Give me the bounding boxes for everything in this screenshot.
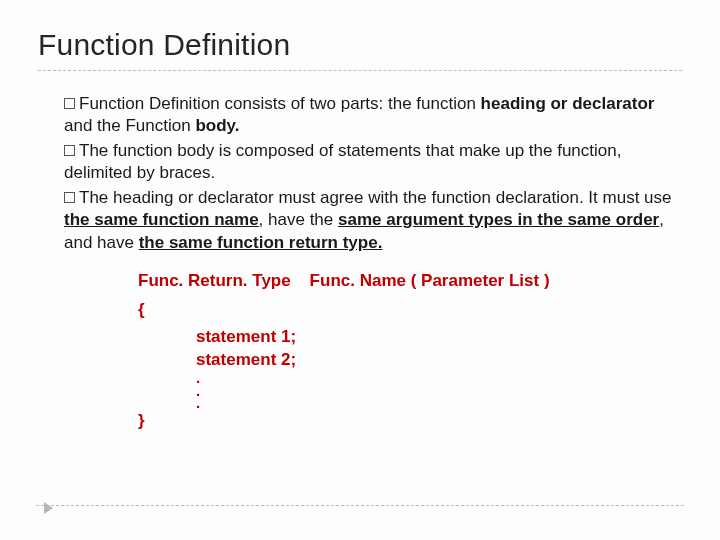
bullet-3-u2: same argument types in the same order xyxy=(338,210,659,229)
code-open-brace: { xyxy=(138,299,674,322)
bullet-3: The heading or declarator must agree wit… xyxy=(64,187,674,254)
bullet-3-u1: the same function name xyxy=(64,210,259,229)
bullet-3-lead: The heading or declarator must agree wit… xyxy=(79,188,672,207)
bullet-3-u3: the same function return type. xyxy=(139,233,383,252)
bullet-box-icon xyxy=(64,98,75,109)
bullet-box-icon xyxy=(64,192,75,203)
bullet-1: Function Definition consists of two part… xyxy=(64,93,674,138)
bullet-2-text: The function body is composed of stateme… xyxy=(64,141,621,182)
title-divider xyxy=(38,70,682,71)
code-dot: . xyxy=(196,397,674,410)
slide-arrow-icon xyxy=(44,502,53,514)
code-close-brace: } xyxy=(138,410,674,433)
code-dot: . xyxy=(196,385,674,398)
code-dot: . xyxy=(196,372,674,385)
code-statement-2: statement 2; xyxy=(196,349,674,372)
code-return-type: Func. Return. Type xyxy=(138,271,291,290)
code-func-name: Func. Name ( Parameter List ) xyxy=(310,271,550,290)
code-block: Func. Return. Type Func. Name ( Paramete… xyxy=(138,270,674,433)
bullet-1-bold1: heading or declarator xyxy=(481,94,655,113)
slide-title: Function Definition xyxy=(38,28,682,62)
code-signature-line: Func. Return. Type Func. Name ( Paramete… xyxy=(138,270,674,293)
bullet-1-mid1: and the Function xyxy=(64,116,195,135)
bullet-1-bold2: body. xyxy=(195,116,239,135)
bullet-2: The function body is composed of stateme… xyxy=(64,140,674,185)
footer-divider xyxy=(36,505,684,506)
bullet-1-lead: Function Definition consists of two part… xyxy=(79,94,481,113)
bullet-list: Function Definition consists of two part… xyxy=(38,93,682,433)
bullet-box-icon xyxy=(64,145,75,156)
bullet-3-mid1: , have the xyxy=(259,210,338,229)
code-statement-1: statement 1; xyxy=(196,326,674,349)
